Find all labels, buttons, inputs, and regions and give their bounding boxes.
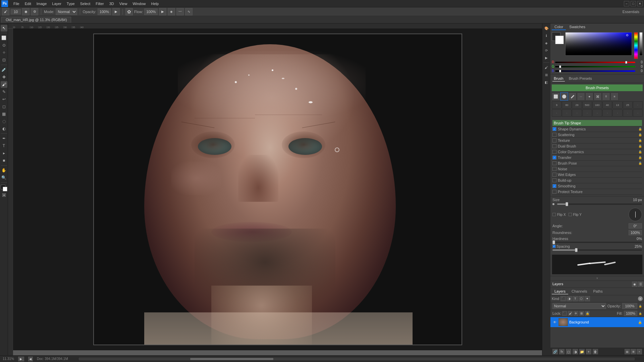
- lock-artboard-btn[interactable]: ⊞: [579, 311, 584, 316]
- brush-size-r9[interactable]: ·: [633, 109, 643, 117]
- brush-size-183[interactable]: 183: [592, 101, 602, 109]
- filter-toggle-btn[interactable]: ●: [638, 296, 643, 301]
- brush-options-btn[interactable]: ⚙: [31, 8, 38, 15]
- brush-size-r6[interactable]: ·: [602, 109, 612, 117]
- brush-shape-round[interactable]: [560, 93, 568, 101]
- eyedropper-tool[interactable]: 💉: [1, 66, 7, 73]
- brush-shape-star[interactable]: ✦: [585, 93, 593, 101]
- blur-tool[interactable]: ◌: [1, 118, 7, 125]
- size-slider[interactable]: [557, 203, 642, 205]
- brush-picker-btn[interactable]: ◉: [22, 8, 30, 15]
- fill-lock-icon[interactable]: 🔒: [639, 311, 642, 316]
- flip-y-checkbox[interactable]: [569, 213, 572, 216]
- lock-paint-btn[interactable]: 🖌: [568, 311, 573, 316]
- canvas-area[interactable]: 0 5 10 15 20 25 30 35 40: [13, 23, 542, 355]
- adjustment-icon[interactable]: ◈: [543, 40, 550, 46]
- wet-edges-checkbox[interactable]: [552, 173, 556, 177]
- color-dynamics-row[interactable]: Color Dynamics 🔒: [552, 149, 642, 155]
- layers-tab-paths[interactable]: Paths: [591, 289, 605, 294]
- texture-row[interactable]: Texture 🔒: [552, 138, 642, 143]
- opacity-lock-icon[interactable]: 🔒: [639, 303, 642, 309]
- layers-icon[interactable]: ⊞: [543, 71, 550, 78]
- brush-shape-grass[interactable]: ⌘: [594, 93, 602, 101]
- menu-select[interactable]: Select: [77, 1, 93, 6]
- move-tool[interactable]: ↖: [1, 25, 7, 32]
- scattering-row[interactable]: Scattering 🔒: [552, 132, 642, 138]
- shape-dynamics-checkbox[interactable]: ✓: [552, 127, 556, 131]
- fill-input[interactable]: 100%: [624, 311, 637, 316]
- brush-size-60[interactable]: 60: [562, 101, 572, 109]
- build-up-checkbox[interactable]: [552, 178, 556, 182]
- quick-mask-btn[interactable]: ◉: [2, 193, 6, 197]
- pen-tool[interactable]: ✒: [1, 135, 7, 142]
- color-gradient-picker[interactable]: [565, 32, 632, 56]
- layers-expand-btn[interactable]: ◉: [632, 282, 637, 287]
- brush-size-25[interactable]: 25: [623, 101, 633, 109]
- scroll-bar[interactable]: [79, 358, 635, 360]
- filter-smart-btn[interactable]: ✦: [585, 296, 590, 301]
- zoom-in-btn[interactable]: ▶: [18, 357, 24, 361]
- filter-adjust-btn[interactable]: ◑: [567, 296, 572, 301]
- menu-layer[interactable]: Layer: [49, 1, 64, 6]
- actions-icon[interactable]: ▶: [543, 54, 550, 61]
- filter-type-btn[interactable]: T: [573, 296, 578, 301]
- protect-texture-row[interactable]: Protect Texture: [552, 189, 642, 195]
- opacity-input[interactable]: 100%: [98, 8, 111, 15]
- quick-select-tool[interactable]: ✧: [1, 49, 7, 56]
- flow-options-btn[interactable]: ▶: [159, 8, 166, 15]
- foreground-color[interactable]: [1, 185, 7, 191]
- layers-grid-btn[interactable]: ⊞: [631, 349, 636, 354]
- minimize-btn[interactable]: –: [624, 1, 629, 6]
- hand-tool[interactable]: ✋: [1, 167, 7, 174]
- add-mask-btn[interactable]: ◻: [566, 349, 571, 354]
- menu-3d[interactable]: 3D: [107, 1, 117, 6]
- brush-shape-lines[interactable]: ≡: [610, 93, 619, 101]
- menu-filter[interactable]: Filter: [93, 1, 106, 6]
- history-brush[interactable]: ↩: [1, 96, 7, 103]
- group-layers-btn[interactable]: 📁: [579, 349, 585, 354]
- brush-size-29[interactable]: 29: [572, 101, 582, 109]
- fg-bg-swatches[interactable]: [552, 32, 564, 44]
- document-tab[interactable]: Old_man_HR.jpg @ 11.3% (RGB/8#): [1, 17, 71, 23]
- brush-pose-row[interactable]: Brush Pose 🔒: [552, 161, 642, 166]
- channels-icon[interactable]: ◧: [543, 79, 550, 85]
- scattering-checkbox[interactable]: [552, 133, 556, 137]
- shape-tool[interactable]: ■: [1, 157, 7, 164]
- menu-type[interactable]: Type: [64, 1, 77, 6]
- flip-x-check[interactable]: Flip X: [552, 213, 566, 217]
- brush-panel-resize[interactable]: ▼: [550, 276, 644, 281]
- layer-blend-mode-select[interactable]: Normal Multiply Screen Overlay: [552, 303, 606, 309]
- extra-btn[interactable]: ∿: [185, 8, 193, 15]
- dodge-tool[interactable]: ◐: [1, 125, 7, 132]
- brush-size-9[interactable]: 9: [552, 101, 561, 109]
- value-strip[interactable]: [639, 32, 643, 56]
- noise-checkbox[interactable]: [552, 167, 556, 171]
- brush-size-r3[interactable]: ·: [572, 109, 582, 117]
- color-dynamics-checkbox[interactable]: [552, 150, 556, 154]
- filter-pixel-btn[interactable]: ⬛: [560, 296, 566, 301]
- roundness-input[interactable]: 100%: [629, 230, 642, 235]
- smoothing-row[interactable]: ✓ Smoothing: [552, 183, 642, 189]
- flip-y-check[interactable]: Flip Y: [569, 213, 582, 217]
- dual-brush-row[interactable]: Dual Brush 🔒: [552, 143, 642, 149]
- layers-tab-channels[interactable]: Channels: [569, 289, 590, 294]
- layer-item-background[interactable]: 👁 Background 🔒: [550, 317, 644, 327]
- color-tab[interactable]: Color: [552, 24, 566, 30]
- link-layers-btn[interactable]: 🔗: [552, 349, 558, 354]
- opacity-options-btn[interactable]: ▶: [112, 8, 120, 15]
- path-select-tool[interactable]: ▸: [1, 150, 7, 157]
- brush-presets-btn[interactable]: Brush Presets: [552, 84, 643, 91]
- layer-opacity-input[interactable]: 100%: [622, 303, 637, 309]
- dual-brush-checkbox[interactable]: [552, 144, 556, 148]
- menu-file[interactable]: File: [11, 1, 22, 6]
- close-btn[interactable]: ✕: [637, 1, 643, 6]
- crop-tool[interactable]: ⊡: [1, 57, 7, 63]
- brush-tip-shape-row[interactable]: Brush Tip Shape: [552, 120, 642, 126]
- brush-size-500[interactable]: 500: [582, 101, 592, 109]
- marquee-tool[interactable]: ⬜: [1, 35, 7, 41]
- smooth-btn[interactable]: 〰: [176, 8, 184, 15]
- new-layer-btn[interactable]: +: [586, 349, 591, 354]
- brush-size-13[interactable]: 13: [612, 101, 622, 109]
- brush-size-misc[interactable]: ·: [633, 101, 643, 109]
- swatches-tab[interactable]: Swatches: [567, 24, 588, 30]
